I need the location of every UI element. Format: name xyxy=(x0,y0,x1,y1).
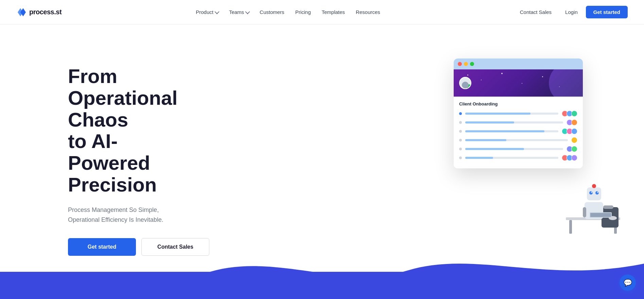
dashboard-stars xyxy=(454,69,583,97)
list-bar xyxy=(465,139,568,141)
list-item xyxy=(459,146,577,152)
list-dot xyxy=(459,156,462,159)
robot-svg xyxy=(562,163,624,238)
titlebar-dot-green xyxy=(470,62,474,66)
list-bar xyxy=(465,113,558,115)
hero-buttons: Get started Contact Sales xyxy=(68,238,190,256)
list-dot xyxy=(459,112,462,115)
hero-content: From Operational Chaos to AI-Powered Pre… xyxy=(0,24,190,256)
list-bar xyxy=(465,121,563,123)
svg-point-8 xyxy=(589,191,593,195)
dashboard-avatar: ✓ xyxy=(459,77,471,89)
nav-item-pricing[interactable]: Pricing xyxy=(291,6,316,18)
chevron-down-icon xyxy=(245,9,250,14)
logo-icon xyxy=(16,7,27,18)
logo[interactable]: process.st xyxy=(16,7,62,18)
list-item xyxy=(459,111,577,117)
svg-rect-13 xyxy=(603,205,613,209)
robot-illustration xyxy=(562,163,624,238)
nav-links: Product Teams Customers Pricing Template… xyxy=(191,6,385,18)
chat-widget[interactable]: 💬 xyxy=(620,275,636,291)
list-item xyxy=(459,155,577,161)
hero-title: From Operational Chaos to AI-Powered Pre… xyxy=(68,65,190,196)
svg-marker-1 xyxy=(20,8,26,16)
nav-item-product[interactable]: Product xyxy=(191,6,223,18)
dashboard-section-title: Client Onboarding xyxy=(459,101,577,106)
list-avatars xyxy=(562,111,577,117)
list-bar xyxy=(465,130,558,132)
nav-item-templates[interactable]: Templates xyxy=(317,6,349,18)
list-dot xyxy=(459,148,462,150)
svg-rect-17 xyxy=(590,213,611,217)
list-bar xyxy=(465,157,558,159)
chat-icon: 💬 xyxy=(624,279,632,287)
nav-item-resources[interactable]: Resources xyxy=(351,6,385,18)
list-bar xyxy=(465,148,563,150)
svg-rect-14 xyxy=(583,207,586,217)
dashboard-content: Client Onboarding xyxy=(454,97,583,168)
svg-point-9 xyxy=(595,191,599,195)
svg-point-12 xyxy=(592,184,596,188)
titlebar-dot-red xyxy=(458,62,462,66)
check-badge: ✓ xyxy=(467,84,471,89)
list-avatars xyxy=(567,119,577,126)
hero-contact-sales-button[interactable]: Contact Sales xyxy=(141,238,209,256)
svg-rect-3 xyxy=(569,220,572,234)
dashboard-header-image: ✓ xyxy=(454,69,583,97)
list-avatars xyxy=(571,137,577,143)
hero-illustration: ✓ Client Onboarding xyxy=(454,59,617,168)
contact-sales-link[interactable]: Contact Sales xyxy=(515,6,557,18)
list-item xyxy=(459,137,577,143)
list-item xyxy=(459,128,577,134)
titlebar-dot-yellow xyxy=(464,62,468,66)
list-item xyxy=(459,119,577,126)
list-avatars xyxy=(562,155,577,161)
hero-get-started-button[interactable]: Get started xyxy=(68,238,136,256)
svg-point-11 xyxy=(597,192,598,193)
nav-actions: Contact Sales Login Get started xyxy=(515,6,628,18)
chevron-down-icon xyxy=(214,9,219,14)
list-avatars xyxy=(567,146,577,152)
dashboard-titlebar xyxy=(454,59,583,69)
list-dot xyxy=(459,130,462,133)
list-dot xyxy=(459,121,462,124)
svg-rect-7 xyxy=(587,187,601,200)
navbar: process.st Product Teams Customers Prici… xyxy=(0,0,644,24)
dashboard-window: ✓ Client Onboarding xyxy=(454,59,583,168)
svg-point-10 xyxy=(591,192,592,193)
list-dot xyxy=(459,139,462,142)
hero-subtitle: Process Management So Simple, Operationa… xyxy=(68,205,190,225)
list-avatars xyxy=(562,128,577,134)
get-started-nav-button[interactable]: Get started xyxy=(586,6,628,18)
login-link[interactable]: Login xyxy=(560,6,583,18)
nav-item-customers[interactable]: Customers xyxy=(255,6,289,18)
nav-item-teams[interactable]: Teams xyxy=(224,6,254,18)
hero-section: From Operational Chaos to AI-Powered Pre… xyxy=(0,24,644,299)
logo-text: process.st xyxy=(29,8,62,16)
dashboard-body: ✓ Client Onboarding xyxy=(454,69,583,168)
